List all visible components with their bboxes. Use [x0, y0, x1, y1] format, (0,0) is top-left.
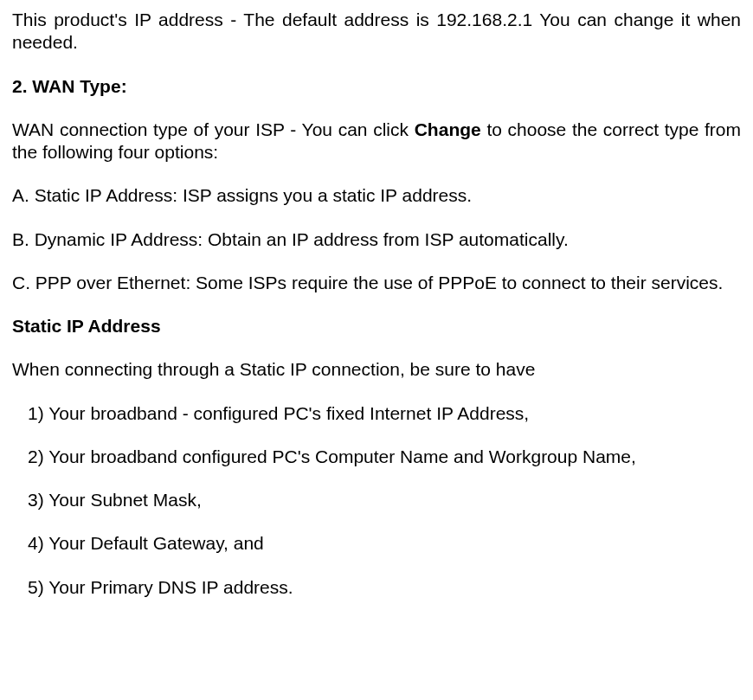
wan-option-c: C. PPP over Ethernet: Some ISPs require …	[12, 272, 741, 294]
wan-lead-bold: Change	[415, 119, 481, 139]
static-ip-item-3: 3) Your Subnet Mask,	[12, 489, 741, 511]
static-ip-lead: When connecting through a Static IP conn…	[12, 358, 741, 381]
wan-type-lead: WAN connection type of your ISP - You ca…	[12, 119, 741, 164]
wan-option-a: A. Static IP Address: ISP assigns you a …	[12, 184, 741, 207]
static-ip-item-4: 4) Your Default Gateway, and	[12, 532, 741, 555]
static-ip-item-5: 5) Your Primary DNS IP address.	[12, 576, 741, 599]
wan-option-b: B. Dynamic IP Address: Obtain an IP addr…	[12, 228, 741, 251]
wan-lead-pre: WAN connection type of your ISP - You ca…	[12, 119, 415, 139]
intro-paragraph: This product's IP address - The default …	[12, 9, 741, 55]
section-2-heading: 2. WAN Type:	[12, 75, 741, 98]
static-ip-item-1: 1) Your broadband - configured PC's fixe…	[12, 402, 741, 425]
static-ip-heading: Static IP Address	[12, 315, 741, 337]
static-ip-item-2: 2) Your broadband configured PC's Comput…	[12, 446, 741, 468]
